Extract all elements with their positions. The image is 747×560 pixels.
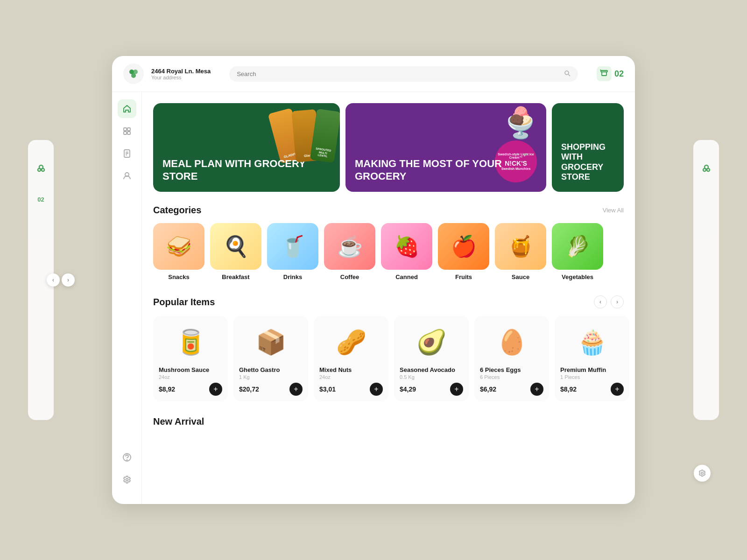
breakfast-icon-wrap: 🍳 (210, 223, 261, 270)
ghetto-gastro-price-row: $20,72 + (239, 383, 303, 396)
product-ghetto-gastro[interactable]: 📦 Ghetto Gastro 1 Kg $20,72 + (233, 316, 308, 401)
mushroom-sauce-qty: 24oz (159, 374, 222, 380)
ghetto-gastro-name: Ghetto Gastro (239, 366, 303, 373)
sidebar-item-grid[interactable] (118, 122, 136, 140)
vegetables-emoji: 🥬 (565, 234, 591, 259)
svg-rect-15 (127, 128, 130, 131)
mushroom-sauce-price: $8,92 (159, 385, 175, 393)
drinks-label: Drinks (283, 273, 302, 280)
ghetto-gastro-qty: 1 Kg (239, 374, 303, 380)
sidebar-item-home[interactable] (118, 99, 136, 118)
prev-arrow[interactable]: ‹ (47, 273, 60, 287)
category-fruits[interactable]: 🍎 Fruits (438, 223, 489, 280)
sauce-icon-wrap: 🍯 (495, 223, 546, 270)
settings-fab[interactable] (694, 465, 711, 482)
fruits-icon-wrap: 🍎 (438, 223, 489, 270)
product-eggs[interactable]: 🥚 6 Pieces Eggs 6 Pieces $6,92 + (474, 316, 549, 401)
popular-items-header: Popular Items ‹ › (153, 295, 624, 308)
category-drinks[interactable]: 🥤 Drinks (267, 223, 318, 280)
popular-prev-arrow[interactable]: ‹ (594, 295, 607, 308)
mixed-nuts-price-row: $3,01 + (319, 383, 383, 396)
mixed-nuts-add-btn[interactable]: + (370, 383, 383, 396)
app-card: 2464 Royal Ln. Mesa Your address (112, 56, 635, 504)
sidebar-item-support[interactable] (118, 448, 136, 467)
sidebar-item-settings[interactable] (118, 470, 136, 489)
snacks-label: Snacks (168, 273, 190, 280)
next-arrow[interactable]: › (62, 273, 75, 287)
canned-emoji: 🍓 (394, 234, 420, 259)
coffee-icon-wrap: ☕ (324, 223, 375, 270)
svg-point-4 (703, 168, 706, 171)
sauce-emoji: 🍯 (508, 234, 534, 259)
main-content: MEAL PLAN WITH GROCERY STORE GLADFUL Gla… (142, 92, 635, 504)
avocado-add-btn[interactable]: + (450, 383, 463, 396)
avocado-price: $4,29 (400, 385, 416, 393)
svg-point-5 (707, 168, 710, 171)
banner-3-text: SHOPPING WITH GROCERY STORE (561, 142, 614, 182)
mushroom-sauce-image: 🥫 (159, 323, 222, 361)
snacks-emoji: 🥪 (166, 234, 192, 259)
muffin-price: $8,92 (560, 385, 577, 393)
sidebar-item-profile[interactable] (118, 167, 136, 185)
svg-point-24 (127, 460, 127, 460)
drinks-emoji: 🥤 (280, 234, 306, 259)
muffin-price-row: $8,92 + (560, 383, 624, 396)
product-mushroom-sauce[interactable]: 🥫 Mushroom Sauce 24oz $8,92 + (153, 316, 228, 401)
popular-items-title: Popular Items (153, 297, 215, 308)
popular-nav-arrows: ‹ › (594, 295, 624, 308)
svg-line-10 (568, 74, 570, 76)
search-bar[interactable] (229, 66, 578, 82)
eggs-name: 6 Pieces Eggs (480, 366, 543, 373)
mixed-nuts-price: $3,01 (319, 385, 336, 393)
category-canned[interactable]: 🍓 Canned (381, 223, 432, 280)
eggs-image: 🥚 (480, 323, 543, 361)
left-nav-arrows[interactable]: ‹ › (47, 273, 75, 287)
drinks-icon-wrap: 🥤 (267, 223, 318, 270)
svg-line-13 (600, 70, 601, 70)
mushroom-sauce-add-btn[interactable]: + (209, 383, 222, 396)
categories-grid: 🥪 Snacks 🍳 Breakfast 🥤 (153, 223, 624, 280)
banner-meal-plan[interactable]: MEAL PLAN WITH GROCERY STORE GLADFUL Gla… (153, 103, 340, 192)
banner-2-text: MAKING THE MOST OF YOUR GROCERY (355, 158, 537, 182)
product-muffin[interactable]: 🧁 Premium Muffin 1 Pieces $8,92 + (555, 316, 629, 401)
product-avocado[interactable]: 🥑 Seasoned Avocado 0.5 Kg $4,29 + (394, 316, 469, 401)
eggs-add-btn[interactable]: + (530, 383, 543, 396)
sidebar-item-orders[interactable] (118, 144, 136, 163)
header: 2464 Royal Ln. Mesa Your address (112, 56, 635, 92)
svg-rect-17 (127, 132, 130, 134)
svg-rect-16 (124, 132, 127, 134)
banner-shopping[interactable]: SHOPPING WITH GROCERY STORE (552, 103, 624, 192)
muffin-name: Premium Muffin (560, 366, 624, 373)
right-peek-icon (701, 163, 712, 177)
muffin-add-btn[interactable]: + (611, 383, 624, 396)
avocado-price-row: $4,29 + (400, 383, 463, 396)
product-mixed-nuts[interactable]: 🥜 Mixed Nuts 24oz $3,01 + (314, 316, 388, 401)
category-breakfast[interactable]: 🍳 Breakfast (210, 223, 261, 280)
vegetables-label: Vegetables (562, 273, 593, 280)
category-coffee[interactable]: ☕ Coffee (324, 223, 375, 280)
svg-point-8 (131, 73, 136, 78)
avocado-qty: 0.5 Kg (400, 374, 463, 380)
ghetto-gastro-add-btn[interactable]: + (289, 383, 303, 396)
breakfast-emoji: 🍳 (223, 234, 249, 259)
category-vegetables[interactable]: 🥬 Vegetables (552, 223, 603, 280)
ghetto-gastro-price: $20,72 (239, 385, 259, 393)
muffin-image: 🧁 (560, 323, 624, 361)
cart-count: 02 (614, 69, 624, 79)
search-input[interactable] (237, 70, 560, 77)
sidebar-bottom (118, 448, 136, 497)
category-snacks[interactable]: 🥪 Snacks (153, 223, 204, 280)
app-logo[interactable] (123, 63, 144, 84)
muffin-qty: 1 Pieces (560, 374, 624, 380)
mixed-nuts-qty: 24oz (319, 374, 383, 380)
category-sauce[interactable]: 🍯 Sauce (495, 223, 546, 280)
address-block[interactable]: 2464 Royal Ln. Mesa Your address (151, 68, 211, 80)
canned-label: Canned (395, 273, 418, 280)
popular-next-arrow[interactable]: › (611, 295, 624, 308)
categories-view-all[interactable]: View All (603, 207, 624, 214)
mushroom-sauce-name: Mushroom Sauce (159, 366, 222, 373)
banner-grocery[interactable]: MAKING THE MOST OF YOUR GROCERY 🍨 Swedis… (345, 103, 546, 192)
cart-badge[interactable]: 02 (597, 66, 624, 81)
svg-rect-12 (602, 72, 606, 76)
eggs-price-row: $6,92 + (480, 383, 543, 396)
